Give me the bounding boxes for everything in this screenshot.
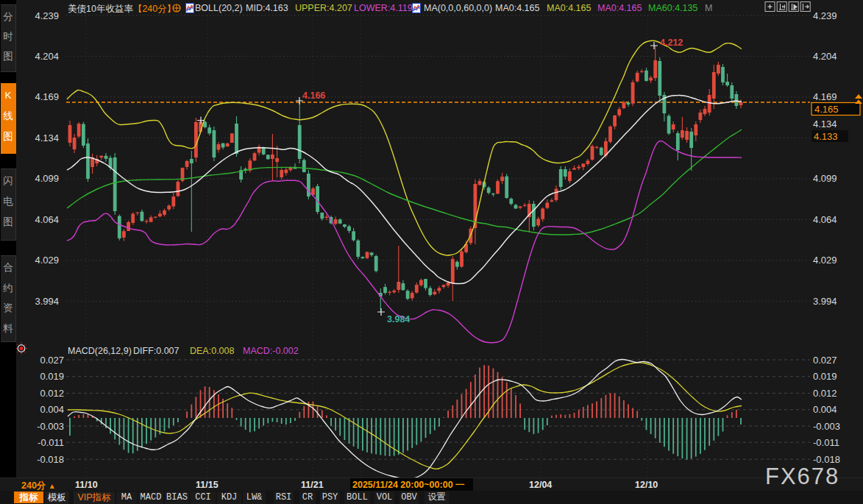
svg-text:4.099: 4.099 (813, 173, 837, 184)
svg-text:0.004: 0.004 (813, 404, 837, 415)
svg-text:4.134: 4.134 (813, 118, 837, 129)
svg-text:4.239: 4.239 (35, 10, 59, 21)
svg-text:-0.003: -0.003 (37, 421, 64, 432)
svg-text:-0.011: -0.011 (38, 437, 64, 448)
svg-text:3.994: 3.994 (35, 296, 59, 307)
svg-text:0.004: 0.004 (40, 404, 64, 415)
svg-text:4.204: 4.204 (35, 51, 59, 62)
svg-text:0.012: 0.012 (40, 388, 64, 399)
svg-text:4.064: 4.064 (813, 214, 837, 225)
svg-text:4.064: 4.064 (35, 214, 59, 225)
svg-text:4.239: 4.239 (813, 10, 837, 21)
svg-text:0.027: 0.027 (813, 355, 837, 366)
svg-text:4.099: 4.099 (35, 173, 59, 184)
svg-text:-0.003: -0.003 (813, 421, 840, 432)
svg-text:4.029: 4.029 (813, 255, 837, 266)
svg-text:4.165: 4.165 (814, 104, 839, 115)
svg-text:4.204: 4.204 (813, 51, 837, 62)
svg-text:3.984: 3.984 (387, 314, 410, 324)
svg-text:0.019: 0.019 (813, 371, 837, 382)
svg-text:4.166: 4.166 (302, 90, 325, 101)
svg-text:3.994: 3.994 (813, 296, 837, 307)
svg-text:0.027: 0.027 (40, 355, 64, 366)
svg-text:4.029: 4.029 (35, 255, 59, 266)
svg-text:4.169: 4.169 (35, 91, 59, 102)
svg-text:4.134: 4.134 (35, 132, 59, 143)
svg-text:4.133: 4.133 (814, 131, 838, 142)
svg-text:-0.018: -0.018 (37, 454, 64, 465)
svg-text:4.212: 4.212 (660, 38, 683, 48)
svg-text:-0.011: -0.011 (813, 437, 839, 448)
svg-text:0.019: 0.019 (40, 371, 64, 382)
svg-text:4.169: 4.169 (813, 91, 837, 102)
svg-text:0.012: 0.012 (813, 388, 837, 399)
